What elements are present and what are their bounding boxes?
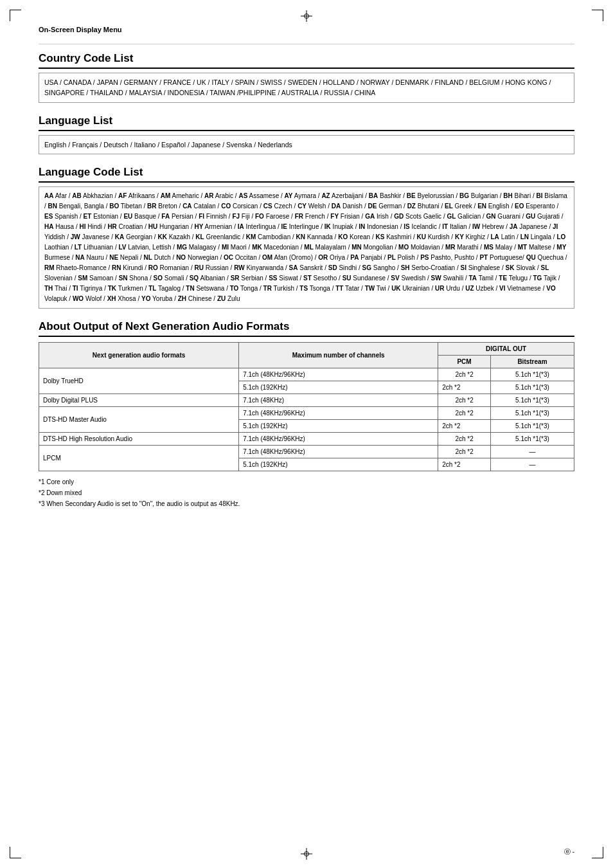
audio-channels: 7.1ch (48KHz/96KHz) (239, 445, 438, 458)
page-title: On-Screen Display Menu (39, 26, 574, 33)
crosshair-top (300, 10, 313, 24)
footnote: *3 When Secondary Audio is set to "On", … (39, 498, 574, 509)
audio-channels: 7.1ch (48KHz/96KHz) (239, 432, 438, 445)
audio-pcm: 2ch *2 (438, 419, 491, 432)
audio-formats-table: Next generation audio formats Maximum nu… (39, 342, 574, 471)
language-code-heading: Language Code List (39, 166, 574, 183)
audio-channels: 7.1ch (48KHz/96KHz) (239, 368, 438, 381)
country-code-heading: Country Code List (39, 52, 574, 69)
audio-footnotes: *1 Core only*2 Down mixed*3 When Seconda… (39, 476, 574, 509)
language-list-content: English / Français / Deutsch / Italiano … (44, 140, 569, 150)
country-code-box: USA / CANADA / JAPAN / GERMANY / FRANCE … (39, 73, 574, 103)
table-row: Dolby Digital PLUS7.1ch (48KHz)2ch *25.1… (39, 393, 574, 406)
table-row: LPCM7.1ch (48KHz/96KHz)2ch *2— (39, 445, 574, 458)
audio-bitstream: 5.1ch *1(*3) (490, 432, 574, 445)
audio-pcm: 2ch *2 (438, 381, 491, 393)
footnote: *1 Core only (39, 476, 574, 487)
audio-bitstream: — (490, 458, 574, 471)
corner-mark-tr (591, 10, 603, 23)
audio-bitstream: 5.1ch *1(*3) (490, 419, 574, 432)
audio-bitstream: 5.1ch *1(*3) (490, 393, 574, 406)
audio-format-name: LPCM (39, 445, 239, 471)
audio-pcm: 2ch *2 (438, 393, 491, 406)
col-bitstream: Bitstream (490, 355, 574, 368)
country-code-content: USA / CANADA / JAPAN / GERMANY / FRANCE … (44, 77, 569, 98)
table-row: DTS-HD Master Audio7.1ch (48KHz/96KHz)2c… (39, 406, 574, 419)
audio-bitstream: 5.1ch *1(*3) (490, 381, 574, 393)
col-next-gen: Next generation audio formats (39, 342, 239, 368)
audio-format-name: DTS-HD Master Audio (39, 406, 239, 432)
language-list-box: English / Français / Deutsch / Italiano … (39, 135, 574, 154)
audio-formats-heading: About Output of Next Generation Audio Fo… (39, 320, 574, 337)
audio-bitstream: — (490, 445, 574, 458)
language-code-box: AA Afar / AB Abkhazian / AF Afrikaans / … (39, 186, 574, 309)
audio-formats-section: About Output of Next Generation Audio Fo… (39, 320, 574, 509)
table-row: Dolby TrueHD7.1ch (48KHz/96KHz)2ch *25.1… (39, 368, 574, 381)
col-digital-out: DIGITAL OUT (438, 342, 574, 355)
page-number: ⓔ - (564, 847, 574, 856)
corner-mark-bl (10, 845, 22, 858)
audio-pcm: 2ch *2 (438, 458, 491, 471)
footnote: *2 Down mixed (39, 487, 574, 498)
col-pcm: PCM (438, 355, 491, 368)
corner-mark-br (591, 845, 603, 858)
corner-mark-tl (10, 10, 22, 23)
audio-channels: 7.1ch (48KHz) (239, 393, 438, 406)
audio-channels: 5.1ch (192KHz) (239, 458, 438, 471)
table-row: DTS-HD High Resolution Audio7.1ch (48KHz… (39, 432, 574, 445)
crosshair-bottom (300, 847, 313, 862)
country-code-section: Country Code List USA / CANADA / JAPAN /… (39, 52, 574, 103)
header-divider (39, 44, 574, 44)
language-code-section: Language Code List AA Afar / AB Abkhazia… (39, 166, 574, 309)
audio-format-name: Dolby Digital PLUS (39, 393, 239, 406)
audio-pcm: 2ch *2 (438, 368, 491, 381)
audio-bitstream: 5.1ch *1(*3) (490, 406, 574, 419)
audio-channels: 7.1ch (48KHz/96KHz) (239, 406, 438, 419)
audio-channels: 5.1ch (192KHz) (239, 419, 438, 432)
audio-pcm: 2ch *2 (438, 406, 491, 419)
col-max-channels: Maximum number of channels (239, 342, 438, 368)
audio-format-name: Dolby TrueHD (39, 368, 239, 393)
audio-channels: 5.1ch (192KHz) (239, 381, 438, 393)
language-list-section: Language List English / Français / Deuts… (39, 114, 574, 154)
audio-bitstream: 5.1ch *1(*3) (490, 368, 574, 381)
audio-pcm: 2ch *2 (438, 432, 491, 445)
language-list-heading: Language List (39, 114, 574, 131)
audio-format-name: DTS-HD High Resolution Audio (39, 432, 239, 445)
audio-pcm: 2ch *2 (438, 445, 491, 458)
